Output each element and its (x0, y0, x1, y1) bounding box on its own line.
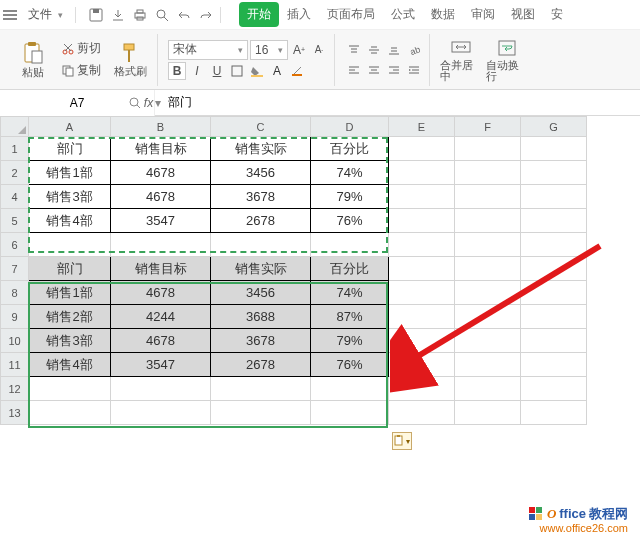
name-box[interactable]: ▾ (0, 90, 120, 116)
row-header[interactable]: 4 (1, 185, 29, 209)
cell[interactable] (389, 329, 455, 353)
cell[interactable] (211, 377, 311, 401)
cell[interactable] (521, 233, 587, 257)
cell[interactable] (311, 377, 389, 401)
cell[interactable] (311, 233, 389, 257)
cell[interactable] (211, 233, 311, 257)
cell[interactable]: 销售实际 (211, 137, 311, 161)
font-size-select[interactable]: 16▾ (250, 40, 288, 60)
cell[interactable]: 2678 (211, 353, 311, 377)
cell[interactable] (521, 377, 587, 401)
cell[interactable]: 76% (311, 353, 389, 377)
undo-icon[interactable] (176, 7, 192, 23)
cell[interactable]: 销售目标 (111, 137, 211, 161)
row-header[interactable]: 5 (1, 209, 29, 233)
cell[interactable] (521, 161, 587, 185)
cell[interactable]: 销售3部 (29, 185, 111, 209)
cell[interactable] (521, 281, 587, 305)
cell[interactable] (29, 401, 111, 425)
cell[interactable] (111, 377, 211, 401)
cell[interactable] (389, 161, 455, 185)
cell[interactable] (521, 401, 587, 425)
save-icon[interactable] (88, 7, 104, 23)
app-menu-icon[interactable] (2, 7, 18, 23)
format-painter-button[interactable]: 格式刷 (109, 36, 151, 84)
orientation-icon[interactable]: ab (405, 41, 423, 59)
row-header[interactable]: 6 (1, 233, 29, 257)
cell[interactable]: 79% (311, 329, 389, 353)
cell[interactable]: 销售4部 (29, 353, 111, 377)
increase-font-icon[interactable]: A+ (290, 41, 308, 59)
cell[interactable] (521, 257, 587, 281)
cell[interactable]: 3456 (211, 161, 311, 185)
preview-icon[interactable] (154, 7, 170, 23)
cell[interactable] (455, 377, 521, 401)
cell[interactable]: 百分比 (311, 137, 389, 161)
cell[interactable] (389, 257, 455, 281)
bold-button[interactable]: B (168, 62, 186, 80)
row-header[interactable]: 2 (1, 161, 29, 185)
italic-button[interactable]: I (188, 62, 206, 80)
cell[interactable]: 部门 (29, 137, 111, 161)
cell[interactable] (389, 233, 455, 257)
copy-button[interactable]: 复制 (58, 61, 105, 81)
row-header[interactable]: 10 (1, 329, 29, 353)
fx-button[interactable]: fx (120, 96, 162, 110)
cell[interactable]: 3678 (211, 185, 311, 209)
cell[interactable] (521, 329, 587, 353)
cell[interactable]: 74% (311, 161, 389, 185)
wrap-text-button[interactable]: 自动换行 (486, 36, 528, 84)
cell[interactable] (111, 233, 211, 257)
cell[interactable]: 销售1部 (29, 161, 111, 185)
cell[interactable]: 部门 (29, 257, 111, 281)
cell[interactable]: 87% (311, 305, 389, 329)
cell[interactable]: 销售1部 (29, 281, 111, 305)
cell[interactable] (389, 305, 455, 329)
print-icon[interactable] (132, 7, 148, 23)
cell[interactable]: 销售4部 (29, 209, 111, 233)
col-header[interactable]: B (111, 117, 211, 137)
row-header[interactable]: 7 (1, 257, 29, 281)
align-bottom-icon[interactable] (385, 41, 403, 59)
row-header[interactable]: 8 (1, 281, 29, 305)
align-top-icon[interactable] (345, 41, 363, 59)
tab-insert[interactable]: 插入 (279, 2, 319, 27)
paste-button[interactable]: 粘贴 (12, 36, 54, 84)
border-button[interactable] (228, 62, 246, 80)
col-header[interactable]: E (389, 117, 455, 137)
cell[interactable]: 4678 (111, 281, 211, 305)
cell[interactable]: 4678 (111, 161, 211, 185)
cell[interactable]: 4678 (111, 329, 211, 353)
tab-security[interactable]: 安 (543, 2, 571, 27)
tab-view[interactable]: 视图 (503, 2, 543, 27)
spreadsheet-grid[interactable]: A B C D E F G 1 部门 销售目标 销售实际 百分比 2 销售1部 … (0, 116, 640, 542)
cell[interactable] (521, 209, 587, 233)
indent-icon[interactable] (405, 61, 423, 79)
cell[interactable]: 79% (311, 185, 389, 209)
col-header[interactable]: F (455, 117, 521, 137)
cell[interactable] (389, 209, 455, 233)
cut-button[interactable]: 剪切 (58, 39, 105, 59)
cell[interactable] (455, 209, 521, 233)
tab-review[interactable]: 审阅 (463, 2, 503, 27)
cell[interactable] (455, 305, 521, 329)
cell[interactable]: 销售3部 (29, 329, 111, 353)
cell[interactable] (455, 281, 521, 305)
tab-data[interactable]: 数据 (423, 2, 463, 27)
cell[interactable] (455, 353, 521, 377)
cell[interactable] (389, 185, 455, 209)
cell[interactable] (29, 377, 111, 401)
cell[interactable]: 76% (311, 209, 389, 233)
align-left-icon[interactable] (345, 61, 363, 79)
row-header[interactable]: 12 (1, 377, 29, 401)
align-middle-icon[interactable] (365, 41, 383, 59)
cell[interactable] (521, 353, 587, 377)
align-right-icon[interactable] (385, 61, 403, 79)
col-header[interactable]: A (29, 117, 111, 137)
col-header[interactable]: G (521, 117, 587, 137)
cell[interactable] (521, 185, 587, 209)
fill-color-button[interactable] (248, 62, 266, 80)
cell[interactable] (455, 233, 521, 257)
cell[interactable]: 销售实际 (211, 257, 311, 281)
merge-center-button[interactable]: 合并居中 (440, 36, 482, 84)
